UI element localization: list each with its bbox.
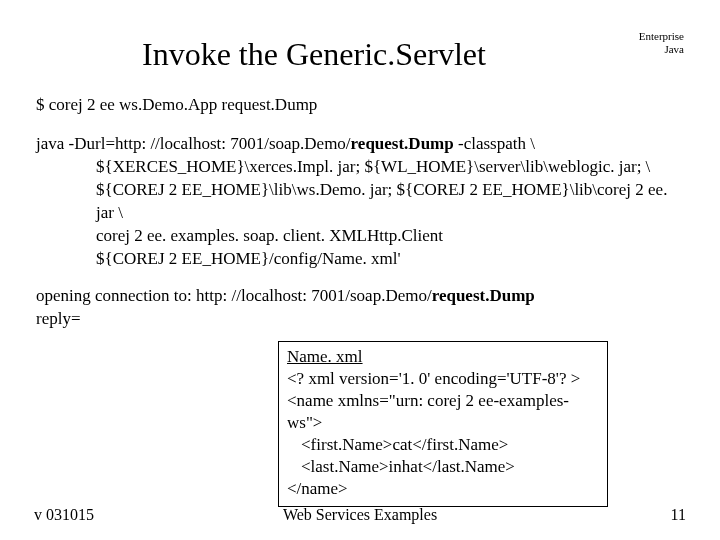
corner-label: Enterprise Java <box>639 30 684 55</box>
inv-line1-bold: request.Dump <box>351 134 454 153</box>
footer: v 031015 Web Services Examples 11 <box>34 506 686 524</box>
xml-l4: <last.Name>inhat</last.Name> <box>287 456 599 478</box>
inv-line1-post: -classpath \ <box>454 134 535 153</box>
java-invocation: java -Durl=http: //localhost: 7001/soap.… <box>36 133 686 271</box>
inv-line5: ${COREJ 2 EE_HOME}/config/Name. xml' <box>36 248 686 271</box>
xml-l3: <first.Name>cat</first.Name> <box>287 434 599 456</box>
footer-center: Web Services Examples <box>34 506 686 524</box>
inv-line2: ${XERCES_HOME}\xerces.Impl. jar; ${WL_HO… <box>36 156 686 179</box>
inv-line4: corej 2 ee. examples. soap. client. XMLH… <box>36 225 686 248</box>
out-line1-pre: opening connection to: http: //localhost… <box>36 286 432 305</box>
inv-line3: ${COREJ 2 EE_HOME}\lib\ws.Demo. jar; ${C… <box>36 179 686 225</box>
output-text: opening connection to: http: //localhost… <box>36 285 686 331</box>
xml-l2: <name xmlns="urn: corej 2 ee-examples-ws… <box>287 391 569 432</box>
xml-box: Name. xml <? xml version='1. 0' encoding… <box>278 341 608 508</box>
xml-l1: <? xml version='1. 0' encoding='UTF-8'? … <box>287 369 580 388</box>
command-line: $ corej 2 ee ws.Demo.App request.Dump <box>36 95 686 115</box>
out-line1-bold: request.Dump <box>432 286 535 305</box>
xml-title: Name. xml <box>287 347 363 366</box>
out-line2: reply= <box>36 309 81 328</box>
xml-l5: </name> <box>287 479 348 498</box>
slide-title: Invoke the Generic.Servlet <box>142 36 486 73</box>
inv-line1-pre: java -Durl=http: //localhost: 7001/soap.… <box>36 134 351 153</box>
